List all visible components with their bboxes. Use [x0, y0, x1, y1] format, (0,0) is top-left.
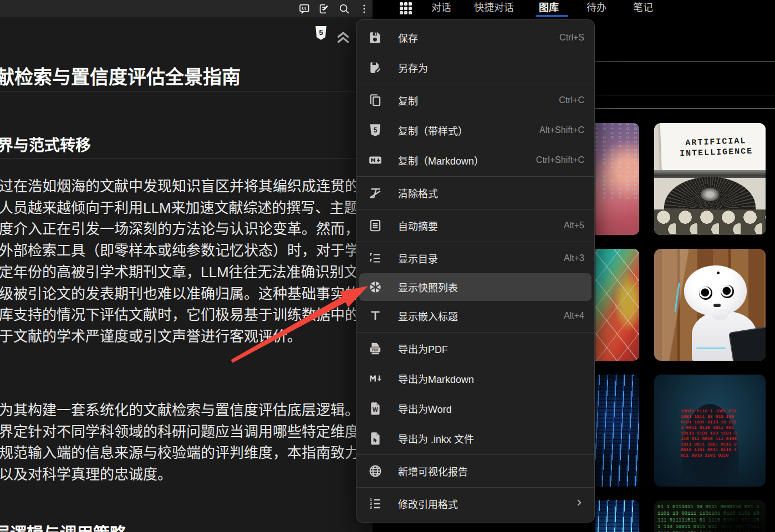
menu-divider — [356, 209, 594, 209]
text-line: 外部检索工具（即零样本或纯参数记忆状态）时，对于学 — [0, 240, 359, 262]
tab-todo[interactable]: 待办 — [587, 0, 606, 17]
summary-document-icon — [368, 218, 383, 233]
menu-item-label: 保存 — [398, 30, 418, 45]
menu-item-export-markdown[interactable]: 导出为Markdown — [356, 364, 594, 393]
section-divider — [0, 158, 373, 158]
menu-item-change-citation-format[interactable]: 123 修改引用格式 — [356, 489, 594, 519]
submenu-arrow-icon — [574, 498, 584, 510]
menu-item-auto-summary[interactable]: 自动摘要 Alt+5 — [356, 211, 594, 241]
collapse-double-chevron-icon[interactable] — [334, 27, 353, 43]
comment-icon[interactable] — [297, 2, 312, 16]
menu-item-label: 显示快照列表 — [398, 280, 458, 294]
text-line: 以及对科学真理的忠诚度。 — [0, 464, 359, 485]
menu-item-export-pdf[interactable]: PDF 导出为PDF — [356, 334, 594, 364]
svg-text:5: 5 — [374, 126, 378, 134]
menu-divider — [356, 487, 594, 488]
robot-eye — [699, 287, 712, 300]
typewriter-text-line2: INTELLIGENCE — [680, 146, 753, 160]
pdf-export-icon: PDF — [368, 341, 383, 356]
menu-item-show-toc[interactable]: 显示目录 Alt+3 — [356, 243, 594, 273]
menu-item-label: 导出为Word — [398, 401, 452, 416]
app-grid-icon[interactable] — [400, 2, 413, 16]
word-file-icon: W — [368, 401, 383, 416]
typewriter-paper: ARTIFICIAL INTELLIGENCE — [660, 123, 766, 174]
menu-item-copy[interactable]: 复制 Ctrl+C — [356, 85, 594, 115]
svg-text:3: 3 — [370, 505, 372, 509]
gallery-image-green-binary[interactable]: 01 1 0111011 10 0111 0000110 011 11101 1… — [654, 500, 766, 532]
document-pane: 5 献检索与置信度评估全景指南 界与范式转移 过在浩如烟海的文献中发现知识盲区并… — [0, 17, 373, 532]
tab-notes[interactable]: 笔记 — [633, 0, 653, 17]
menu-item-label: 复制（Markdown） — [398, 153, 484, 167]
menu-item-export-inkx[interactable]: 导出为 .inkx 文件 — [356, 423, 594, 453]
aperture-icon — [368, 280, 383, 294]
text-line: 度介入正在引发一场深刻的方法论与认识论变革。然而， — [0, 218, 359, 240]
menu-item-label: 修改引用格式 — [398, 497, 458, 511]
gallery-image-blue-matrix[interactable] — [595, 375, 639, 487]
gallery-image-hooded-figure-code[interactable]: 10011 0110 1 1881 011 1001 1011 88 010 1… — [654, 375, 766, 487]
table-of-contents-icon — [368, 251, 383, 265]
menu-item-show-snapshot-list[interactable]: 显示快照列表 — [359, 273, 592, 301]
menu-item-shortcut: Ctrl+S — [559, 33, 584, 43]
menu-item-save-as[interactable]: 另存为 — [356, 53, 594, 83]
chainlink-fence-overlay — [595, 249, 639, 361]
menu-item-label: 复制（带样式） — [398, 123, 468, 137]
binary-code-overlay: 1011010011 0110110 10110100 1101001 0110… — [595, 123, 639, 201]
menu-item-label: 导出为 .inkx 文件 — [398, 431, 474, 446]
gallery-image-blue-lines[interactable] — [595, 500, 639, 532]
gallery-image-cyberpunk-portrait[interactable]: 1011010011 0110110 10110100 1101001 0110… — [595, 123, 639, 235]
red-binary-overlay: 10011 0110 1 1881 011 1001 1011 88 010 1… — [681, 408, 739, 478]
text-line: 界定针对不同学科领域的科研问题应当调用哪些特定维度 — [0, 421, 359, 443]
top-bar: 对话 快捷对话 图库 待办 笔记 — [0, 0, 775, 17]
menu-item-shortcut: Alt+4 — [564, 311, 584, 321]
robot-head — [684, 265, 747, 316]
text-line: 过在浩如烟海的文献中发现知识盲区并将其编织成连贯的 — [0, 176, 359, 197]
menu-item-copy-markdown[interactable]: 复制（Markdown） Ctrl+Shift+C — [356, 145, 594, 175]
menu-divider — [356, 176, 594, 177]
kebab-menu-icon[interactable] — [357, 2, 371, 16]
tab-quick-chat[interactable]: 快捷对话 — [474, 0, 514, 17]
menu-item-clear-format[interactable]: 清除格式 — [356, 178, 594, 208]
svg-text:W: W — [373, 407, 378, 413]
inkx-file-icon — [368, 431, 383, 446]
gallery-image-neon-woman-fence[interactable] — [595, 249, 639, 361]
title-divider — [0, 91, 373, 91]
robot-forehead-dot — [717, 272, 720, 274]
menu-item-label: 新增可视化报告 — [398, 464, 468, 478]
html5-badge-icon[interactable]: 5 — [314, 25, 328, 42]
document-title: 献检索与置信度评估全景指南 — [0, 62, 241, 89]
copy-icon — [368, 93, 383, 108]
text-line: 为其构建一套系统化的文献检索与置信度评估底层逻辑。 — [0, 400, 359, 421]
menu-divider — [356, 454, 594, 455]
robot-blue-glow — [696, 347, 725, 349]
text-line: 库支持的情况下评估文献时，它们极易基于训练数据中的 — [0, 304, 359, 326]
typewriter-keys — [654, 209, 766, 235]
gallery-image-pepper-robot[interactable] — [654, 249, 766, 361]
menu-item-label: 显示目录 — [398, 251, 438, 265]
text-line: 于文献的学术严谨度或引文声誉进行客观评价。 — [0, 326, 359, 347]
menu-item-copy-styled[interactable]: 5 复制（带样式） Alt+Shift+C — [356, 115, 594, 145]
menu-divider — [356, 242, 594, 242]
digital-streaks — [595, 500, 639, 532]
menu-item-new-visual-report[interactable]: 新增可视化报告 — [356, 456, 594, 486]
tab-chat[interactable]: 对话 — [431, 0, 451, 17]
menu-item-show-embedded-title[interactable]: 显示嵌入标题 Alt+4 — [356, 301, 594, 331]
menu-item-label: 自动摘要 — [398, 218, 438, 233]
svg-text:1: 1 — [370, 498, 372, 502]
markdown-glyph-icon — [368, 371, 383, 386]
text-line: 人员越来越倾向于利用LLM来加速文献综述的撰写、主题 — [0, 197, 359, 219]
svg-text:PDF: PDF — [372, 348, 379, 352]
paragraph-1: 过在浩如烟海的文献中发现知识盲区并将其编织成连贯的 人员越来越倾向于利用LLM来… — [0, 176, 359, 347]
compose-note-icon[interactable] — [317, 2, 332, 16]
menu-item-shortcut: Alt+Shift+C — [539, 125, 584, 135]
menu-item-save[interactable]: 保存 Ctrl+S — [356, 23, 594, 53]
menu-item-label: 导出为PDF — [398, 341, 448, 356]
menu-item-shortcut: Ctrl+Shift+C — [536, 155, 584, 165]
html5-badge-icon: 5 — [368, 123, 383, 137]
menu-item-label: 另存为 — [398, 60, 428, 75]
gallery-image-typewriter-ai[interactable]: ARTIFICIAL INTELLIGENCE — [654, 123, 766, 235]
paragraph-2: 为其构建一套系统化的文献检索与置信度评估底层逻辑。 界定针对不同学科领域的科研问… — [0, 400, 359, 485]
bottom-heading: 层逻辑与调用策略 — [0, 520, 126, 532]
menu-item-export-word[interactable]: W 导出为Word — [356, 393, 594, 423]
globe-icon — [368, 464, 383, 478]
search-icon[interactable] — [337, 2, 351, 16]
